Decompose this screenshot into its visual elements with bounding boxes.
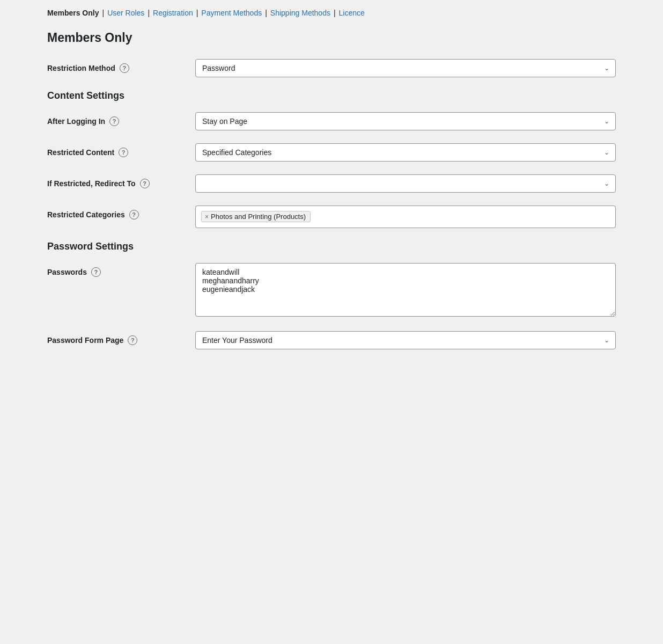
password-settings-heading: Password Settings: [47, 241, 616, 252]
restricted-content-select[interactable]: Specified Categories Entire Site Specifi…: [195, 143, 616, 162]
password-form-page-label: Password Form Page: [47, 336, 123, 345]
passwords-label: Passwords: [47, 268, 87, 276]
nav-licence[interactable]: Licence: [339, 9, 365, 17]
restriction-method-row: Restriction Method ? Password User Role …: [47, 59, 616, 77]
page-title: Members Only: [47, 30, 616, 46]
password-form-page-row: Password Form Page ? Enter Your Password…: [47, 331, 616, 349]
nav-separator-1: |: [102, 9, 104, 17]
page-wrapper: Members Only | User Roles | Registration…: [36, 0, 627, 371]
password-form-page-label-col: Password Form Page ?: [47, 331, 187, 345]
if-restricted-redirect-help-icon[interactable]: ?: [140, 179, 150, 188]
restricted-categories-label: Restricted Categories: [47, 210, 125, 219]
tag-remove-icon[interactable]: ×: [205, 214, 209, 220]
top-nav: Members Only | User Roles | Registration…: [47, 9, 616, 17]
nav-separator-3: |: [196, 9, 198, 17]
after-logging-in-label: After Logging In: [47, 117, 105, 126]
nav-shipping-methods[interactable]: Shipping Methods: [270, 9, 330, 17]
passwords-row: Passwords ? kateandwill meghanandharry e…: [47, 263, 616, 318]
if-restricted-redirect-select-wrapper: ⌄: [195, 174, 616, 193]
nav-registration[interactable]: Registration: [153, 9, 193, 17]
password-form-page-help-icon[interactable]: ?: [128, 335, 137, 345]
restriction-method-label-col: Restriction Method ?: [47, 59, 187, 73]
nav-separator-2: |: [148, 9, 150, 17]
passwords-control: kateandwill meghanandharry eugenieandjac…: [195, 263, 616, 318]
password-form-page-select[interactable]: Enter Your Password: [195, 331, 616, 349]
passwords-textarea[interactable]: kateandwill meghanandharry eugenieandjac…: [195, 263, 616, 317]
tag-photos-printing: × Photos and Printing (Products): [201, 211, 311, 222]
restriction-method-control: Password User Role None ⌄: [195, 59, 616, 77]
nav-separator-5: |: [334, 9, 336, 17]
after-logging-in-row: After Logging In ? Stay on Page Redirect…: [47, 112, 616, 130]
restriction-method-label: Restriction Method: [47, 64, 115, 72]
tag-label: Photos and Printing (Products): [211, 213, 306, 221]
nav-user-roles[interactable]: User Roles: [107, 9, 144, 17]
after-logging-in-select[interactable]: Stay on Page Redirect to Page Redirect t…: [195, 112, 616, 130]
restricted-categories-control: × Photos and Printing (Products): [195, 206, 616, 228]
restricted-content-label: Restricted Content: [47, 148, 114, 157]
restricted-content-help-icon[interactable]: ?: [119, 148, 128, 157]
restricted-content-control: Specified Categories Entire Site Specifi…: [195, 143, 616, 162]
passwords-label-col: Passwords ?: [47, 263, 187, 277]
restricted-content-row: Restricted Content ? Specified Categorie…: [47, 143, 616, 162]
nav-payment-methods[interactable]: Payment Methods: [201, 9, 262, 17]
if-restricted-redirect-control: ⌄: [195, 174, 616, 193]
restriction-method-help-icon[interactable]: ?: [120, 63, 129, 73]
restricted-categories-row: Restricted Categories ? × Photos and Pri…: [47, 206, 616, 228]
restricted-categories-label-col: Restricted Categories ?: [47, 206, 187, 219]
nav-separator-4: |: [265, 9, 267, 17]
restricted-content-label-col: Restricted Content ?: [47, 143, 187, 157]
after-logging-in-select-wrapper: Stay on Page Redirect to Page Redirect t…: [195, 112, 616, 130]
restricted-content-select-wrapper: Specified Categories Entire Site Specifi…: [195, 143, 616, 162]
restricted-categories-help-icon[interactable]: ?: [129, 210, 139, 219]
restriction-method-select[interactable]: Password User Role None: [195, 59, 616, 77]
content-settings-heading: Content Settings: [47, 90, 616, 101]
if-restricted-redirect-select[interactable]: [195, 174, 616, 193]
restricted-categories-tags-input[interactable]: × Photos and Printing (Products): [195, 206, 616, 228]
restriction-method-select-wrapper: Password User Role None ⌄: [195, 59, 616, 77]
passwords-help-icon[interactable]: ?: [91, 267, 101, 277]
after-logging-in-control: Stay on Page Redirect to Page Redirect t…: [195, 112, 616, 130]
after-logging-in-help-icon[interactable]: ?: [109, 116, 119, 126]
if-restricted-redirect-label-col: If Restricted, Redirect To ?: [47, 174, 187, 188]
if-restricted-redirect-label: If Restricted, Redirect To: [47, 179, 136, 188]
password-form-page-select-wrapper: Enter Your Password ⌄: [195, 331, 616, 349]
after-logging-in-label-col: After Logging In ?: [47, 112, 187, 126]
if-restricted-redirect-row: If Restricted, Redirect To ? ⌄: [47, 174, 616, 193]
nav-members-only[interactable]: Members Only: [47, 9, 99, 17]
password-form-page-control: Enter Your Password ⌄: [195, 331, 616, 349]
